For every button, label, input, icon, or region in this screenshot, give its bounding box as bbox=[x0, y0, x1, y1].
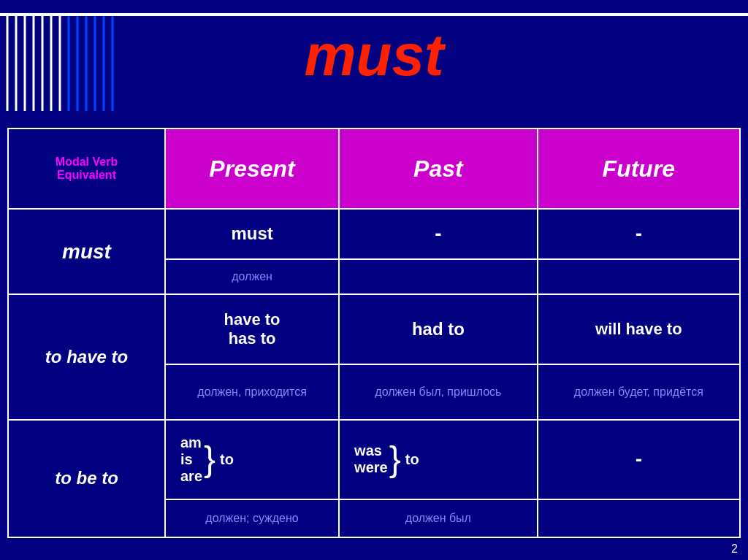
am-is-are-list: am is are bbox=[180, 434, 202, 485]
were-text: were bbox=[354, 459, 388, 476]
left-brace-present: } bbox=[204, 442, 215, 477]
are-text: are bbox=[180, 468, 202, 485]
have-to-line1: have to bbox=[224, 310, 280, 329]
must-future-empty bbox=[538, 259, 740, 294]
have-to-russian: должен, приходится bbox=[165, 364, 339, 420]
left-brace-past: } bbox=[389, 442, 401, 477]
must-russian: должен bbox=[165, 259, 339, 294]
to-be-to-label: to be to bbox=[8, 420, 165, 537]
main-table-container: Modal Verb Equivalent Present Past Futur… bbox=[7, 128, 741, 538]
must-past-empty bbox=[339, 259, 538, 294]
to-text-present: to bbox=[220, 451, 234, 468]
have-to-line2: has to bbox=[229, 329, 276, 348]
header-present: Present bbox=[165, 129, 339, 209]
to-be-to-future: - bbox=[538, 420, 740, 499]
must-future: - bbox=[538, 209, 740, 259]
to-be-to-present-russian: должен; суждено bbox=[165, 499, 339, 537]
had-to-cell: had to bbox=[339, 294, 538, 364]
have-to-has-to-cell: have to has to bbox=[165, 294, 339, 364]
will-have-to-cell: will have to bbox=[538, 294, 740, 364]
had-to-russian: должен был, пришлось bbox=[339, 364, 538, 420]
to-have-to-label: to have to bbox=[8, 294, 165, 420]
page-number: 2 bbox=[731, 542, 738, 556]
am-is-are-cell: am is are } to bbox=[165, 420, 339, 499]
to-be-to-past-russian: должен был bbox=[339, 499, 538, 537]
to-be-to-future-empty bbox=[538, 499, 740, 537]
must-label: must bbox=[8, 209, 165, 294]
will-have-to-russian: должен будет, придётся bbox=[538, 364, 740, 420]
header-past: Past bbox=[339, 129, 538, 209]
am-text: am bbox=[180, 434, 202, 451]
header-future: Future bbox=[538, 129, 740, 209]
to-text-past: to bbox=[405, 451, 419, 468]
was-were-list: was were bbox=[354, 442, 388, 476]
header-label-cell: Modal Verb Equivalent bbox=[8, 129, 165, 209]
is-text: is bbox=[180, 451, 202, 468]
was-were-cell: was were } to bbox=[339, 420, 538, 499]
modal-verb-table: Modal Verb Equivalent Present Past Futur… bbox=[7, 128, 741, 538]
must-present-top: must bbox=[165, 209, 339, 259]
modal-verb-label: Modal Verb bbox=[15, 156, 159, 169]
equivalent-label: Equivalent bbox=[15, 169, 159, 182]
page-title: must bbox=[0, 22, 748, 89]
must-past: - bbox=[339, 209, 538, 259]
was-text: was bbox=[354, 442, 388, 459]
